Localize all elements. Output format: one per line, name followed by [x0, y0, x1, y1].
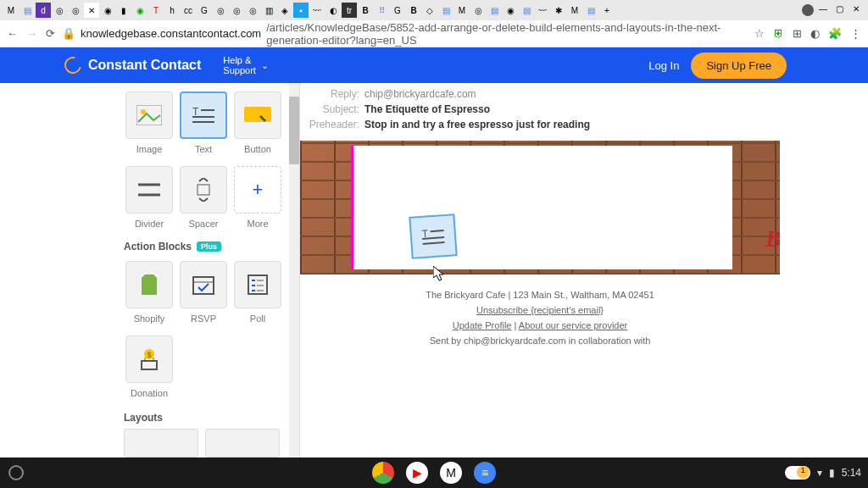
extension-icon[interactable]: ⊞ [793, 27, 802, 40]
browser-tab[interactable]: ✱ [551, 3, 566, 18]
browser-tab[interactable]: ◉ [503, 3, 518, 18]
content-drop-zone[interactable]: Brickyard CAFE [351, 146, 732, 269]
chevron-down-icon: ⌄ [261, 60, 269, 70]
browser-tab[interactable]: ▥ [261, 3, 276, 18]
browser-tab[interactable]: ▮ [116, 3, 131, 18]
browser-tab[interactable]: ⠿ [374, 3, 389, 18]
browser-tab[interactable]: ◎ [245, 3, 260, 18]
layout-tile[interactable] [124, 429, 198, 458]
new-tab-button[interactable]: + [599, 3, 615, 18]
block-more[interactable]: + More [232, 166, 283, 229]
browser-tab[interactable]: tr [342, 3, 357, 18]
browser-tab[interactable]: G [197, 3, 212, 18]
browser-tab[interactable]: d [36, 3, 51, 18]
svg-rect-12 [248, 275, 267, 294]
browser-tab[interactable]: B [358, 3, 373, 18]
browser-tab[interactable]: 〰 [309, 3, 325, 18]
browser-tab[interactable]: ◈ [277, 3, 292, 18]
svg-rect-9 [198, 185, 209, 195]
help-support-menu[interactable]: Help & Support ⌄ [223, 55, 269, 75]
unsubscribe-link[interactable]: Unsubscribe {recipient's email} [476, 305, 604, 315]
browser-tab[interactable]: ▤ [519, 3, 534, 18]
notification-toggle[interactable] [785, 466, 810, 480]
plus-icon: + [253, 179, 264, 201]
brand-logo[interactable]: Constant Contact [64, 57, 201, 74]
back-icon[interactable]: ← [7, 27, 18, 40]
wifi-icon[interactable]: ▾ [817, 467, 822, 479]
browser-tab[interactable]: ◉ [132, 3, 147, 18]
browser-tab-active[interactable]: ✕ [84, 3, 99, 18]
browser-tab[interactable]: T [148, 3, 164, 18]
extension-icon[interactable]: ⛨ [773, 27, 784, 40]
browser-tab[interactable]: ◎ [470, 3, 486, 18]
browser-tab[interactable]: ◎ [68, 3, 83, 18]
browser-tab[interactable]: ◎ [213, 3, 228, 18]
maximize-icon[interactable]: ▢ [836, 4, 848, 16]
user-avatar-icon[interactable] [802, 4, 814, 16]
block-button[interactable]: Button [232, 92, 283, 154]
docs-icon[interactable]: ≡ [474, 462, 496, 484]
block-poll[interactable]: Poll [232, 261, 283, 324]
swirl-icon [61, 53, 84, 76]
close-icon[interactable]: ✕ [853, 4, 865, 16]
block-label: Spacer [189, 219, 219, 229]
browser-tab[interactable]: ▤ [583, 3, 598, 18]
browser-tab[interactable]: M [567, 3, 582, 18]
email-body[interactable]: Brickyard CAFE T [300, 141, 780, 274]
update-profile-link[interactable]: Update Profile [453, 320, 512, 330]
extensions-puzzle-icon[interactable]: 🧩 [828, 27, 842, 40]
about-provider-link[interactable]: About our service provider [519, 320, 627, 330]
block-shopify[interactable]: Shopify [124, 261, 175, 324]
browser-tab[interactable]: G [390, 3, 405, 18]
browser-tab[interactable]: ◇ [422, 3, 437, 18]
battery-icon[interactable]: ▮ [829, 467, 835, 479]
block-divider[interactable]: Divider [124, 166, 175, 229]
browser-tab[interactable]: ▤ [487, 3, 502, 18]
browser-tab[interactable]: ◎ [229, 3, 244, 18]
block-label: More [247, 219, 268, 229]
url-field[interactable]: 🔒 knowledgebase.constantcontact.com/arti… [62, 21, 748, 47]
url-path: /articles/KnowledgeBase/5852-add-arrange… [266, 21, 748, 47]
browser-tab[interactable]: ◉ [100, 3, 115, 18]
signup-button[interactable]: Sign Up Free [691, 53, 787, 79]
sidebar-scrollbar[interactable] [289, 83, 299, 458]
block-rsvp[interactable]: RSVP [178, 261, 229, 324]
browser-tab[interactable]: h [164, 3, 180, 18]
subject-value[interactable]: The Etiquette of Espresso [364, 103, 490, 115]
browser-tab[interactable]: 〰 [535, 3, 550, 18]
browser-tab[interactable]: M [454, 3, 470, 18]
brand-name: Constant Contact [88, 58, 201, 73]
menu-icon[interactable]: ⋮ [850, 27, 861, 40]
browser-tab[interactable]: B [406, 3, 421, 18]
login-link[interactable]: Log In [648, 59, 679, 72]
preheader-value[interactable]: Stop in and try a free espresso just for… [364, 119, 590, 130]
reply-value[interactable]: chip@brickyardcafe.com [364, 88, 476, 100]
gmail-icon[interactable]: M [440, 462, 462, 484]
block-image[interactable]: Image [124, 92, 175, 154]
browser-tab[interactable]: ▤ [19, 3, 35, 18]
youtube-icon[interactable]: ▶ [406, 462, 428, 484]
svg-point-1 [141, 109, 146, 114]
forward-icon[interactable]: → [26, 27, 37, 40]
star-icon[interactable]: ☆ [754, 27, 765, 40]
browser-tab[interactable]: ◎ [52, 3, 67, 18]
extension-icon[interactable]: ◐ [810, 27, 820, 40]
block-donation[interactable]: $ Donation [124, 336, 175, 398]
reload-icon[interactable]: ⟳ [46, 27, 55, 40]
launcher-icon[interactable] [8, 465, 24, 480]
minimize-icon[interactable]: — [819, 4, 831, 16]
browser-tab[interactable]: ▤ [438, 3, 453, 18]
clock[interactable]: 5:14 [842, 467, 861, 479]
block-text[interactable]: T Text [178, 92, 229, 154]
block-spacer[interactable]: Spacer [178, 166, 229, 229]
browser-tab[interactable]: ◐ [326, 3, 341, 18]
layout-tile[interactable] [205, 429, 280, 458]
block-label: Button [244, 144, 271, 154]
svg-text:T: T [192, 106, 199, 118]
chrome-icon[interactable] [372, 462, 394, 484]
email-footer: The Brickyard Cafe | 123 Main St., Walth… [300, 274, 780, 361]
dragging-text-block[interactable]: T [409, 214, 457, 259]
browser-tab[interactable]: M [3, 3, 19, 18]
browser-tab[interactable]: ▪ [293, 3, 309, 18]
browser-tab[interactable]: cc [181, 3, 196, 18]
